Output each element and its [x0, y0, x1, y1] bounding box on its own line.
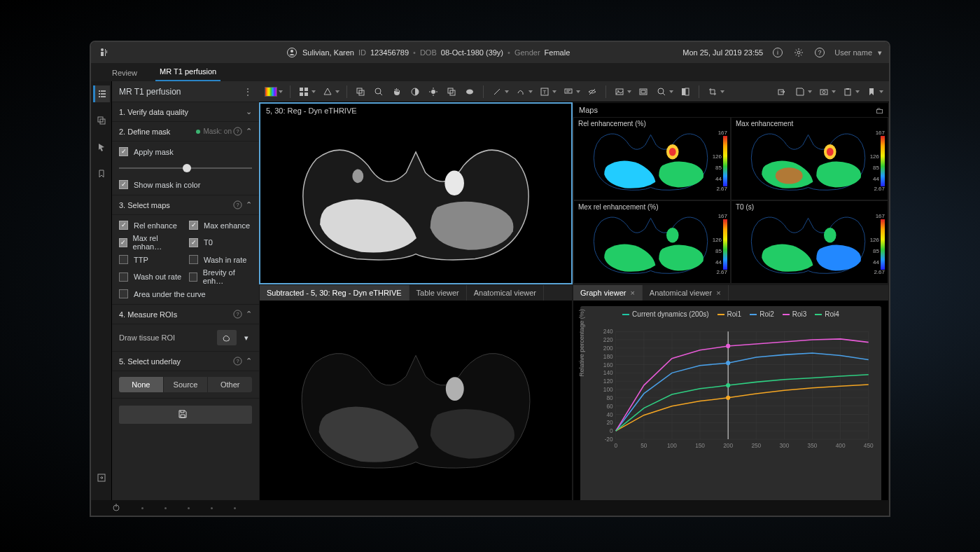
- svg-line-53: [494, 89, 500, 95]
- mask-slider[interactable]: [119, 162, 252, 174]
- rail-bookmark-icon[interactable]: [93, 165, 110, 182]
- search-tool[interactable]: [654, 84, 669, 99]
- topbar: Sulivian, Karen ID 123456789 • DOB 08-Oc…: [91, 42, 889, 63]
- image-tool[interactable]: [612, 84, 627, 99]
- svg-rect-56: [565, 89, 572, 93]
- help-icon[interactable]: ?: [232, 126, 243, 137]
- roi-dropdown[interactable]: ▾: [241, 330, 252, 345]
- zoom-tool[interactable]: [371, 84, 386, 99]
- svg-line-59: [589, 89, 595, 95]
- orientation-tool[interactable]: [320, 84, 335, 99]
- help-icon[interactable]: ?: [232, 356, 243, 367]
- annotation-tool[interactable]: [561, 84, 576, 99]
- tab-anatomical-viewer-right[interactable]: Anatomical viewer×: [643, 285, 729, 301]
- rail-layers-icon[interactable]: [93, 112, 110, 129]
- viewport-graph[interactable]: Graph viewer× Anatomical viewer× Current…: [573, 284, 889, 516]
- svg-point-42: [375, 88, 381, 94]
- checkbox-map-option[interactable]: Area under the curve: [119, 289, 252, 298]
- tab-anatomical-viewer-left[interactable]: Anatomical viewer: [467, 285, 544, 301]
- underlay-other[interactable]: Other: [208, 377, 252, 392]
- section-1-verify-data[interactable]: 1. Verify data quality ⌄: [112, 102, 259, 122]
- section-4-measure-rois[interactable]: 4. Measure ROIs ? ⌃: [112, 305, 259, 324]
- hide-tool[interactable]: [584, 84, 600, 99]
- draw-roi-button[interactable]: [217, 330, 237, 345]
- close-icon[interactable]: ×: [630, 289, 634, 297]
- ellipse-tool[interactable]: [462, 84, 477, 99]
- body-orientation-icon[interactable]: [98, 46, 111, 59]
- section-3-select-maps[interactable]: 3. Select maps ? ⌃: [112, 195, 259, 215]
- map-cell[interactable]: Rel enhancement (%) 167 126 85 44 2.67: [573, 117, 731, 200]
- layout-tool[interactable]: [296, 84, 312, 99]
- send-tool[interactable]: [774, 84, 790, 99]
- section-5-select-underlay[interactable]: 5. Select underlay ? ⌃: [112, 352, 259, 371]
- bookmark-tool[interactable]: [864, 84, 879, 99]
- tab-table-viewer[interactable]: Table viewer: [410, 285, 467, 301]
- rail-export-icon[interactable]: [93, 469, 110, 486]
- brightness-tool[interactable]: [426, 84, 441, 99]
- svg-text:?: ?: [236, 128, 239, 134]
- checkbox-show-mask-color[interactable]: Show mask in color: [119, 180, 252, 189]
- close-icon[interactable]: ×: [716, 289, 720, 297]
- rail-pointer-icon[interactable]: [93, 139, 110, 156]
- legend-item: Current dynamics (200s): [622, 310, 708, 318]
- camera-tool[interactable]: [816, 84, 832, 99]
- power-icon[interactable]: [112, 503, 120, 513]
- svg-text:?: ?: [236, 202, 239, 208]
- help-icon[interactable]: ?: [232, 309, 243, 320]
- help-icon[interactable]: ?: [232, 200, 243, 211]
- checkbox-map-option[interactable]: Rel enhance: [119, 221, 182, 230]
- slider-thumb[interactable]: [183, 164, 191, 172]
- checkbox-map-option[interactable]: Wash in rate: [189, 255, 252, 264]
- svg-text:20: 20: [606, 420, 613, 426]
- svg-rect-76: [577, 118, 727, 200]
- tab-mr-t1-perfusion[interactable]: MR T1 perfusion: [155, 63, 220, 81]
- section-2-define-mask[interactable]: 2. Define mask Mask: on ? ⌃: [112, 122, 259, 142]
- checkbox-map-option[interactable]: Max rel enhan…: [119, 234, 182, 251]
- line-tool[interactable]: [489, 84, 505, 99]
- tab-review[interactable]: Review: [108, 64, 141, 81]
- help-icon[interactable]: ?: [813, 46, 826, 59]
- map-cell[interactable]: T0 (s) 167 126 85 44 2.67: [731, 200, 888, 284]
- copy-tool[interactable]: [444, 84, 459, 99]
- save-tool[interactable]: [792, 84, 808, 99]
- underlay-none[interactable]: None: [119, 377, 164, 392]
- mri-main-image: [260, 104, 571, 283]
- rail-list-icon[interactable]: [93, 85, 110, 102]
- freehand-tool[interactable]: [513, 84, 528, 99]
- folder-icon[interactable]: 🗀: [876, 106, 884, 116]
- clipboard-tool[interactable]: [840, 84, 855, 99]
- side-panel-header: MR T1 perfusion ⋮: [112, 81, 259, 102]
- stack-tool[interactable]: [353, 84, 368, 99]
- info-icon[interactable]: i: [771, 46, 784, 59]
- checkbox-map-option[interactable]: Brevity of enh…: [189, 268, 252, 285]
- tab-subtracted[interactable]: Subtracted - 5, 30: Reg - Dyn eTHRIVE: [260, 285, 410, 301]
- map-cell[interactable]: Max enhancement 167 126 85 44 2.67: [731, 117, 888, 200]
- user-menu[interactable]: User name ▾: [834, 48, 882, 57]
- svg-text:120: 120: [603, 378, 613, 385]
- svg-point-81: [827, 148, 834, 156]
- checkbox-map-option[interactable]: TTP: [119, 255, 182, 264]
- checkbox-map-option[interactable]: Max enhance: [189, 221, 252, 230]
- checkbox-map-option[interactable]: Wash out rate: [119, 268, 182, 285]
- save-icon: [178, 410, 187, 420]
- wwwl-tool[interactable]: [407, 84, 423, 99]
- underlay-source[interactable]: Source: [164, 377, 209, 392]
- pan-tool[interactable]: [389, 84, 405, 99]
- tab-graph-viewer[interactable]: Graph viewer×: [573, 285, 643, 301]
- text-tool[interactable]: T: [537, 84, 552, 99]
- gear-icon[interactable]: [792, 46, 805, 59]
- viewport-subtracted[interactable]: Subtracted - 5, 30: Reg - Dyn eTHRIVE Ta…: [259, 284, 573, 516]
- map-cell[interactable]: Mex rel enhancement (%) 167 126 85 44 2.…: [573, 200, 731, 284]
- frame-tool[interactable]: [636, 84, 651, 99]
- checkbox-map-option[interactable]: T0: [189, 234, 252, 251]
- lut-tool[interactable]: [263, 84, 279, 99]
- checkbox-apply-mask[interactable]: Apply mask: [119, 147, 252, 156]
- viewport-main[interactable]: 5, 30: Reg - Dyn eTHRIVE: [259, 102, 573, 284]
- viewport-maps[interactable]: Maps 🗀 Rel enhancement (%) 167 126 85 44…: [573, 102, 889, 284]
- invert-tool[interactable]: [678, 84, 693, 99]
- side-panel: MR T1 perfusion ⋮ 1. Verify data quality…: [112, 81, 259, 516]
- save-maps-button[interactable]: [119, 406, 252, 424]
- crop-tool[interactable]: [705, 84, 720, 99]
- side-panel-more-icon[interactable]: ⋮: [244, 87, 252, 97]
- map-option-label: Area under the curve: [134, 290, 206, 298]
